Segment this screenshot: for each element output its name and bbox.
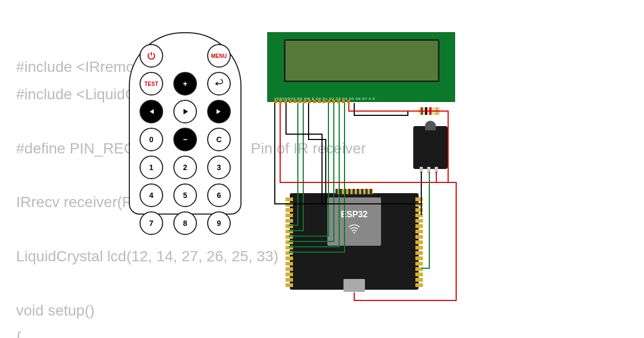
resistor-lead — [440, 111, 448, 112]
test-button[interactable]: TEST — [140, 72, 163, 95]
esp32-label: ESP32 — [341, 210, 368, 219]
play-icon — [180, 107, 190, 116]
prev-icon — [147, 107, 156, 116]
num-4-button[interactable]: 4 — [140, 183, 163, 207]
code-line: LiquidCrystal lcd(12, 14, 27, 26, 25, 33… — [16, 248, 279, 264]
num-3-button[interactable]: 3 — [207, 156, 231, 179]
resistor-band — [421, 107, 423, 115]
zero-button[interactable]: 0 — [140, 128, 163, 151]
ir-receiver-module — [413, 126, 448, 169]
minus-button[interactable]: − — [173, 128, 197, 151]
wifi-icon — [348, 223, 361, 233]
resistor-body — [419, 107, 440, 115]
num-9-button[interactable]: 9 — [207, 211, 231, 235]
num-7-button[interactable]: 7 — [140, 211, 163, 235]
resistor-band — [436, 107, 438, 115]
resistor — [411, 107, 448, 115]
esp32-antenna — [335, 189, 373, 194]
c-button[interactable]: C — [207, 128, 231, 151]
lcd-screen — [284, 39, 440, 82]
ir-module-pins — [420, 167, 438, 173]
code-line: Pin of IR receiver — [251, 140, 366, 157]
num-8-button[interactable]: 8 — [173, 211, 197, 235]
menu-button[interactable]: MENU — [207, 44, 231, 68]
esp32-board: ESP32 — [290, 193, 419, 290]
back-icon — [214, 79, 224, 89]
lcd-pin-row — [274, 100, 350, 103]
svg-point-0 — [354, 232, 355, 234]
ir-sensor-dome — [425, 121, 436, 130]
esp32-usb-port — [343, 279, 365, 292]
num-2-button[interactable]: 2 — [173, 156, 197, 179]
power-icon — [147, 51, 156, 61]
next-icon — [214, 107, 224, 116]
plus-button[interactable]: + — [173, 72, 197, 95]
resistor-lead — [411, 111, 419, 112]
lcd-module: VSSVDDV0 RS RW E D0 D1 D2 D3 D4 D5 D6 D7… — [267, 32, 455, 102]
play-button[interactable] — [173, 100, 197, 123]
esp32-pins-left — [286, 197, 293, 287]
num-5-button[interactable]: 5 — [173, 183, 197, 207]
back-button[interactable] — [207, 72, 231, 95]
code-line: void setup() — [16, 302, 94, 319]
ir-remote: MENU TEST + 0 − C 1 2 3 4 5 6 7 8 9 — [129, 32, 241, 215]
code-line: { — [16, 329, 21, 338]
power-button[interactable] — [140, 44, 163, 68]
esp32-pins-right — [415, 197, 423, 287]
next-button[interactable] — [207, 100, 231, 123]
prev-button[interactable] — [140, 100, 163, 123]
resistor-band — [429, 107, 431, 115]
num-6-button[interactable]: 6 — [207, 183, 231, 207]
esp32-shield: ESP32 — [327, 197, 381, 246]
num-1-button[interactable]: 1 — [140, 156, 163, 179]
resistor-band — [425, 107, 427, 115]
